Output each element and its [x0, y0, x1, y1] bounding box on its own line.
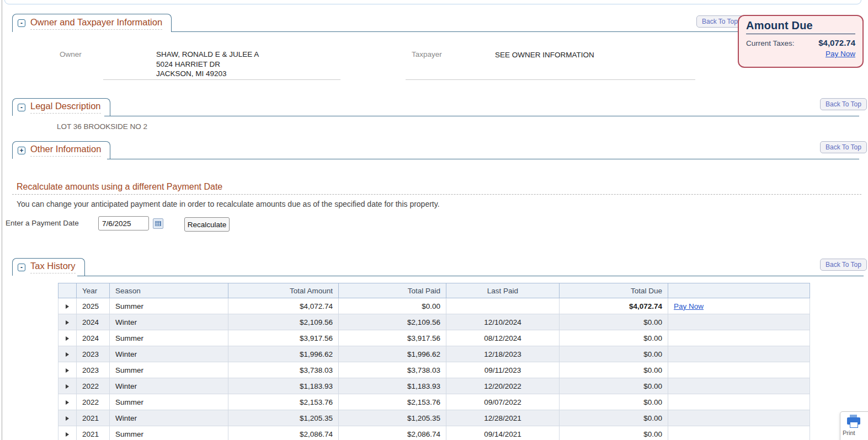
cell-last-paid: 09/11/2023: [446, 362, 560, 378]
cell-total-paid: $2,086.74: [339, 426, 446, 440]
cell-total-due: $0.00: [560, 378, 668, 394]
calendar-grid-glyph: [155, 221, 161, 226]
cell-year: 2025: [77, 298, 110, 314]
cell-season: Summer: [110, 394, 228, 410]
collapsed-panel-above: [4, 0, 861, 4]
cell-total-due: $0.00: [560, 314, 668, 330]
table-row: 2022Summer$2,153.76$2,153.7609/07/2022$0…: [58, 394, 810, 410]
column-header-total-amount: Total Amount: [228, 283, 339, 298]
expand-row-icon[interactable]: [66, 352, 69, 357]
expand-cell[interactable]: [58, 394, 77, 410]
expand-cell[interactable]: [58, 314, 77, 330]
cell-last-paid: 12/10/2024: [446, 314, 560, 330]
other-section-line: [107, 159, 859, 159]
section-title-tax-history: Tax History: [30, 261, 76, 273]
tax-history-table: YearSeasonTotal AmountTotal PaidLast Pai…: [58, 283, 810, 440]
back-to-top-button[interactable]: Back To Top: [696, 15, 743, 28]
cell-total-paid: $3,738.03: [339, 362, 446, 378]
cell-last-paid: 12/20/2022: [446, 378, 560, 394]
amount-due-pay-now-link[interactable]: Pay Now: [746, 50, 855, 58]
expand-cell[interactable]: [58, 346, 77, 362]
collapse-icon[interactable]: -: [18, 104, 25, 111]
action-cell: [668, 314, 810, 330]
table-pay-now-link[interactable]: Pay Now: [674, 302, 704, 310]
section-title-other-information: Other Information: [30, 144, 101, 157]
cell-year: 2023: [77, 346, 110, 362]
expand-row-icon[interactable]: [66, 368, 69, 373]
tax-history-table-body: 2025Summer$4,072.74$0.00$4,072.74Pay Now…: [58, 298, 810, 440]
recalculate-button[interactable]: Recalculate: [184, 217, 230, 232]
collapse-icon[interactable]: -: [18, 19, 25, 27]
printer-icon: [847, 417, 860, 425]
expand-cell[interactable]: [58, 378, 77, 394]
owner-label: Owner: [60, 50, 82, 58]
expand-cell[interactable]: [58, 410, 77, 426]
expand-icon[interactable]: +: [18, 147, 25, 154]
back-to-top-button[interactable]: Back To Top: [820, 98, 867, 110]
action-cell[interactable]: Pay Now: [668, 298, 810, 314]
cell-total-due: $0.00: [560, 410, 668, 426]
expand-row-icon[interactable]: [66, 336, 69, 341]
column-header-blank: [58, 283, 77, 298]
cell-year: 2021: [77, 410, 110, 426]
cell-total-amount: $2,109.56: [228, 314, 339, 330]
section-tab-owner-taxpayer[interactable]: - Owner and Taxpayer Information: [12, 14, 172, 32]
payment-date-input[interactable]: [98, 216, 149, 230]
column-header-season: Season: [110, 283, 228, 298]
column-header-last-paid: Last Paid: [446, 283, 560, 298]
collapse-icon[interactable]: -: [18, 264, 25, 271]
cell-total-amount: $1,205.35: [228, 410, 339, 426]
print-widget[interactable]: Print: [840, 411, 868, 440]
cell-year: 2023: [77, 362, 110, 378]
action-cell: [668, 346, 810, 362]
owner-value: SHAW, RONALD E & JULEE A 5024 HARRIET DR…: [156, 50, 259, 79]
expand-row-icon[interactable]: [66, 304, 69, 309]
expand-row-icon[interactable]: [66, 384, 69, 389]
table-row: 2024Winter$2,109.56$2,109.5612/10/2024$0…: [58, 314, 810, 330]
expand-cell[interactable]: [58, 298, 77, 314]
payment-date-label: Enter a Payment Date: [6, 219, 79, 227]
expand-row-icon[interactable]: [66, 400, 69, 405]
cell-total-due: $0.00: [560, 394, 668, 410]
column-header-total-paid: Total Paid: [339, 283, 446, 298]
current-taxes-value: $4,072.74: [818, 38, 855, 47]
page-left-border: [2, 0, 2, 440]
cell-total-paid: $2,153.76: [339, 394, 446, 410]
back-to-top-button[interactable]: Back To Top: [820, 141, 867, 153]
action-cell: [668, 426, 810, 440]
amount-due-title: Amount Due: [746, 19, 855, 34]
expand-cell[interactable]: [58, 362, 77, 378]
section-tab-legal-description[interactable]: - Legal Description: [12, 98, 110, 116]
cell-total-paid: $0.00: [339, 298, 446, 314]
print-widget-label: Print: [843, 430, 855, 436]
column-header-total-due: Total Due: [560, 283, 668, 298]
current-taxes-label: Current Taxes:: [746, 39, 795, 47]
cell-season: Summer: [110, 298, 228, 314]
action-cell: [668, 362, 810, 378]
cell-total-due: $0.00: [560, 426, 668, 440]
cell-season: Winter: [110, 410, 228, 426]
expand-cell[interactable]: [58, 426, 77, 440]
expand-row-icon[interactable]: [66, 416, 69, 421]
owner-section-line: [166, 31, 738, 32]
back-to-top-button[interactable]: Back To Top: [820, 259, 867, 271]
table-row: 2021Winter$1,205.35$1,205.3512/28/2021$0…: [58, 410, 810, 426]
cell-season: Winter: [110, 378, 228, 394]
section-tab-other-information[interactable]: + Other Information: [12, 141, 110, 159]
cell-year: 2022: [77, 378, 110, 394]
table-row: 2024Summer$3,917.56$3,917.5608/12/2024$0…: [58, 330, 810, 346]
cell-total-amount: $1,183.93: [228, 378, 339, 394]
expand-cell[interactable]: [58, 330, 77, 346]
section-tab-tax-history[interactable]: - Tax History: [12, 258, 85, 276]
taxpayer-label: Taxpayer: [412, 50, 442, 58]
expand-row-icon[interactable]: [66, 320, 69, 325]
expand-row-icon[interactable]: [66, 432, 69, 437]
calendar-icon[interactable]: [153, 218, 163, 229]
table-row: 2021Summer$2,086.74$2,086.7409/14/2021$0…: [58, 426, 810, 440]
action-cell: [668, 394, 810, 410]
tax-record-page: - Owner and Taxpayer Information Back To…: [0, 0, 868, 440]
cell-total-due: $0.00: [560, 330, 668, 346]
table-row: 2023Winter$1,996.62$1,996.6212/18/2023$0…: [58, 346, 810, 362]
tax-history-table-header: YearSeasonTotal AmountTotal PaidLast Pai…: [58, 283, 810, 298]
action-cell: [668, 330, 810, 346]
